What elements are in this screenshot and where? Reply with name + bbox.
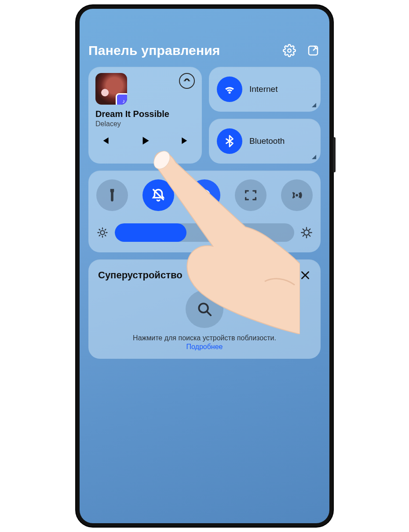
bluetooth-icon <box>217 128 242 154</box>
play-icon[interactable] <box>139 134 152 147</box>
flashlight-toggle[interactable] <box>96 179 128 211</box>
super-device-card: Суперустройство Нажмите для поиска устро… <box>88 259 321 359</box>
bluetooth-tile[interactable]: Bluetooth <box>209 119 321 164</box>
album-art: ♪ <box>95 73 127 105</box>
rotation-toggle[interactable] <box>189 179 220 211</box>
quick-toggles <box>88 171 321 252</box>
header: Панель управления <box>88 43 321 58</box>
close-icon[interactable] <box>299 270 311 281</box>
track-artist: Delacey <box>95 120 195 128</box>
next-icon[interactable] <box>179 134 192 147</box>
wifi-label: Internet <box>249 84 278 94</box>
page-title: Панель управления <box>88 43 220 58</box>
music-card[interactable]: ♪ Dream It Possible Delacey <box>88 67 202 164</box>
mute-toggle[interactable] <box>142 179 174 211</box>
bluetooth-label: Bluetooth <box>249 136 285 146</box>
wifi-tile[interactable]: Internet <box>209 67 321 112</box>
settings-icon[interactable] <box>282 43 297 58</box>
screen: Панель управления ♪ <box>80 9 329 523</box>
brightness-high-icon <box>300 226 313 239</box>
svg-point-4 <box>304 230 309 235</box>
scan-icon[interactable] <box>278 269 290 281</box>
screenshot-toggle[interactable] <box>235 179 267 211</box>
previous-icon[interactable] <box>98 134 111 147</box>
svg-point-5 <box>283 274 285 277</box>
svg-point-8 <box>199 303 208 313</box>
search-devices-button[interactable] <box>186 290 223 328</box>
brightness-slider[interactable] <box>96 223 313 242</box>
learn-more-link[interactable]: Подробнее <box>98 343 311 351</box>
music-app-icon: ♪ <box>119 97 127 105</box>
brightness-low-icon <box>96 226 109 239</box>
brightness-track[interactable] <box>115 223 294 242</box>
brightness-fill <box>115 223 186 242</box>
track-title: Dream It Possible <box>95 109 195 119</box>
super-device-hint: Нажмите для поиска устройств поблизости. <box>98 334 311 342</box>
audio-output-icon[interactable] <box>179 73 195 89</box>
svg-point-3 <box>100 230 104 234</box>
svg-point-0 <box>288 49 291 52</box>
hotspot-toggle[interactable] <box>281 179 313 211</box>
super-device-title: Суперустройство <box>98 270 183 281</box>
header-actions <box>282 43 321 58</box>
svg-point-2 <box>296 194 298 197</box>
phone-frame: Панель управления ♪ <box>76 5 333 527</box>
edit-icon[interactable] <box>306 43 321 58</box>
wifi-icon <box>217 77 242 102</box>
